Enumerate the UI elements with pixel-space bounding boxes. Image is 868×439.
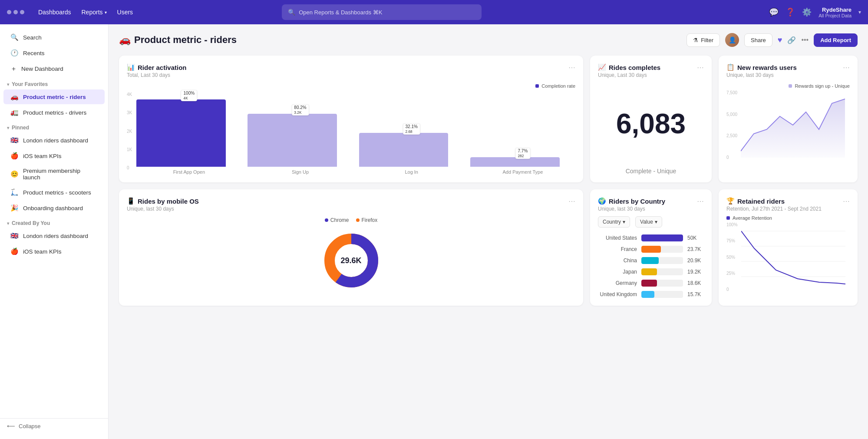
share-button[interactable]: Share [744,33,772,47]
main-content: 🚗 Product metric - riders ⚗ Filter 👤 Sha… [109,24,868,439]
created-by-you-header[interactable]: ▾ Created By You [0,216,108,228]
riders-country-subtitle: Unique, last 30 days [598,206,665,212]
filter-icon: ⚗ [693,37,698,43]
header-actions: ⚗ Filter 👤 Share ♥ 🔗 ••• Add Report [686,33,858,47]
search-placeholder: Open Reports & Dashboards ⌘K [299,9,382,16]
add-report-button[interactable]: Add Report [814,33,858,47]
chrome-legend-dot [325,218,328,222]
recents-icon: 🕐 [10,49,19,57]
new-rewards-card: 📋 New rewards users Unique, last 30 days… [719,56,858,182]
bar-label-100: 100%4K [181,90,198,101]
favorites-header[interactable]: ▾ Your Favorites [0,77,108,89]
bar-signup: 80.2%3.2K Sign Up [248,114,353,175]
rider-activation-header: 📊 Rider activation Total, Last 30 days ⋯ [127,63,575,78]
link-icon[interactable]: 🔗 [787,36,796,44]
sidebar-item-ios-kpis[interactable]: 🍎 iOS team KPIs [3,149,105,163]
bar-first-app: 100%4K First App Open [136,99,241,175]
sidebar-item-onboarding[interactable]: 🎉 Onboarding dashboard [3,201,105,215]
collapse-button[interactable]: ⟵ Collapse [0,418,108,434]
sidebar-item-product-metric-riders[interactable]: 🚗 Product metric - riders [3,89,105,104]
sidebar-item-product-metrics-drivers[interactable]: 🚛 Product metrics - drivers [3,105,105,120]
rides-completes-label: Complete - Unique [598,168,704,175]
help-icon[interactable]: ❓ [785,7,795,17]
user-chevron-icon[interactable]: ▾ [858,9,861,15]
sidebar-item-product-scooters[interactable]: 🛴 Product metrics - scooters [3,185,105,200]
country-bar-japan [641,268,657,275]
rides-mobile-title: 📱 Rides by mobile OS [127,197,199,205]
chart-icon: 📊 [127,63,135,71]
rider-activation-title: 📊 Rider activation [127,63,187,71]
app-dots [7,10,24,14]
bar-label-32: 32.1%2.68 [403,123,420,135]
y-axis-labels: 4K 3K 2K 1K 0 [127,92,134,170]
new-rewards-subtitle: Unique, last 30 days [726,72,797,78]
pinned-chevron-icon: ▾ [7,125,9,130]
country-row-uk: United Kingdom 15.7K [598,291,704,298]
sidebar-item-london-riders-created[interactable]: 🇬🇧 London riders dashboard [3,228,105,243]
bar-bottom-signup: Sign Up [292,169,309,175]
rewards-svg-chart: AUG 2 AUG 9 AUG 6 [741,90,849,160]
rides-completes-subtitle: Unique, Last 30 days [598,72,660,78]
page-header: 🚗 Product metric - riders ⚗ Filter 👤 Sha… [119,33,858,47]
retained-riders-more-icon[interactable]: ⋯ [843,197,850,205]
filter-button[interactable]: ⚗ Filter [686,33,720,47]
rides-completes-header: 📈 Rides completes Unique, Last 30 days ⋯ [598,63,704,78]
rides-mobile-more-icon[interactable]: ⋯ [568,197,575,205]
sidebar-item-premium-membership[interactable]: 😊 Premium membership launch [3,164,105,184]
bar-payment: 7.7%282 Add Payment Type [470,157,575,175]
created-chevron-icon: ▾ [7,221,9,226]
firefox-legend-dot [356,218,360,222]
rides-icon: 📈 [598,63,606,71]
nav-users[interactable]: Users [117,9,133,16]
country-row-japan: Japan 19.2K [598,268,704,275]
retained-riders-subtitle: Retention, Jul 27th 2021 - Sept 2nd 2021 [726,206,822,212]
page-title-emoji: 🚗 [119,34,131,46]
riders-country-card: 🌍 Riders by Country Unique, last 30 days… [590,189,712,306]
country-icon: 🌍 [598,197,606,205]
settings-icon[interactable]: ⚙️ [802,7,812,17]
rider-activation-subtitle: Total, Last 30 days [127,72,187,78]
nav-dashboards[interactable]: Dashboards [38,9,71,16]
plus-icon: ＋ [10,65,17,73]
sidebar-new-dashboard[interactable]: ＋ New Dashboard [3,61,105,76]
bar-bottom-login: Log In [405,169,418,175]
more-options-icon[interactable]: ••• [801,36,809,44]
rider-activation-more-icon[interactable]: ⋯ [568,63,575,72]
value-filter-button[interactable]: Value ▾ [635,216,662,228]
messages-icon[interactable]: 💬 [769,7,779,17]
sidebar: 🔍 Search 🕐 Recents ＋ New Dashboard ▾ You… [0,24,109,439]
chart-legend: Completion rate [127,83,575,89]
donut-chart-area: 29.6K [127,223,575,298]
rides-mobile-header: 📱 Rides by mobile OS Unique, last 30 day… [127,197,575,212]
sidebar-item-ios-kpis-created[interactable]: 🍎 iOS team KPIs [3,244,105,259]
retained-icon: 🏆 [726,197,735,205]
retention-legend-dot [726,216,730,220]
bar-label-80: 80.2%3.2K [291,104,309,116]
country-row-france: France 23.7K [598,246,704,253]
favorite-heart-icon[interactable]: ♥ [778,36,782,45]
rides-completes-more-icon[interactable]: ⋯ [697,63,704,72]
bar-bottom-payment: Add Payment Type [503,169,543,175]
sidebar-recents[interactable]: 🕐 Recents [3,46,105,60]
nav-reports[interactable]: Reports ▾ [82,9,107,16]
riders-country-more-icon[interactable]: ⋯ [697,197,704,205]
app-body: 🔍 Search 🕐 Recents ＋ New Dashboard ▾ You… [0,24,868,439]
search-icon: 🔍 [10,33,19,41]
value-chevron-icon: ▾ [655,219,657,225]
new-rewards-chart: Rewards sign up - Unique 7,500 5,000 2,5… [726,83,850,160]
favorites-chevron-icon: ▾ [7,82,9,87]
donut-chart: 29.6K [321,230,382,291]
global-search-bar[interactable]: 🔍 Open Reports & Dashboards ⌘K [282,4,482,20]
search-icon: 🔍 [288,9,295,16]
sidebar-search[interactable]: 🔍 Search [3,30,105,45]
mobile-icon: 📱 [127,197,135,205]
country-bar-uk [641,291,654,298]
country-bar-france [641,246,661,253]
new-rewards-more-icon[interactable]: ⋯ [843,63,850,72]
donut-legend: Chrome Firefox [127,217,575,223]
pinned-header[interactable]: ▾ Pinned [0,120,108,132]
bar-label-7: 7.7%282 [515,148,530,159]
country-filter-button[interactable]: Country ▾ [598,216,630,228]
sidebar-item-london-riders[interactable]: 🇬🇧 London riders dashboard [3,133,105,148]
page-title-text: Product metric - riders [134,34,237,46]
